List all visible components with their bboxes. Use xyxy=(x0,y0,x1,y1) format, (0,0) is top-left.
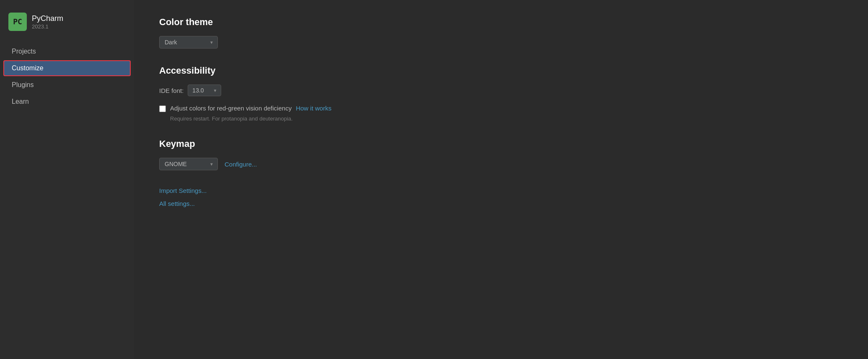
keymap-section: Keymap GNOME Default Mac OS X Windows Ec… xyxy=(159,138,843,170)
bottom-links: Import Settings... All settings... xyxy=(159,187,843,207)
color-blindness-label: Adjust colors for red-green vision defic… xyxy=(170,105,292,112)
app-version: 2023.1 xyxy=(32,23,63,30)
ide-font-select[interactable]: 10.0 11.0 12.0 13.0 14.0 16.0 18.0 xyxy=(188,85,221,96)
keymap-title: Keymap xyxy=(159,138,843,149)
app-name: PyCharm xyxy=(32,14,63,23)
app-name-area: PyCharm 2023.1 xyxy=(32,14,63,30)
all-settings-link[interactable]: All settings... xyxy=(159,200,843,207)
color-theme-dropdown-wrapper: Dark Light High Contrast ▼ xyxy=(159,36,218,49)
keymap-row: GNOME Default Mac OS X Windows Eclipse N… xyxy=(159,158,843,170)
main-content: Color theme Dark Light High Contrast ▼ A… xyxy=(134,0,868,359)
ide-font-label: IDE font: xyxy=(159,87,183,94)
accessibility-title: Accessibility xyxy=(159,65,843,76)
import-settings-link[interactable]: Import Settings... xyxy=(159,187,843,194)
accessibility-section: Accessibility IDE font: 10.0 11.0 12.0 1… xyxy=(159,65,843,122)
how-it-works-link[interactable]: How it works xyxy=(296,105,331,112)
keymap-select[interactable]: GNOME Default Mac OS X Windows Eclipse N… xyxy=(159,158,218,170)
color-blindness-hint: Requires restart. For protanopia and deu… xyxy=(170,115,843,122)
color-theme-title: Color theme xyxy=(159,17,843,28)
sidebar-item-learn[interactable]: Learn xyxy=(3,94,131,110)
sidebar-navigation: Projects Customize Plugins Learn xyxy=(0,44,134,110)
logo-letters: PC xyxy=(13,18,22,26)
keymap-dropdown-wrapper: GNOME Default Mac OS X Windows Eclipse N… xyxy=(159,158,218,170)
color-blindness-row: Adjust colors for red-green vision defic… xyxy=(159,105,843,112)
logo-area: PC PyCharm 2023.1 xyxy=(0,8,134,44)
ide-font-dropdown-wrapper: 10.0 11.0 12.0 13.0 14.0 16.0 18.0 ▼ xyxy=(188,85,221,96)
sidebar-item-customize[interactable]: Customize xyxy=(3,60,131,76)
color-theme-select[interactable]: Dark Light High Contrast xyxy=(159,36,218,49)
sidebar: PC PyCharm 2023.1 Projects Customize Plu… xyxy=(0,0,134,359)
ide-font-row: IDE font: 10.0 11.0 12.0 13.0 14.0 16.0 … xyxy=(159,85,843,96)
color-blindness-checkbox[interactable] xyxy=(159,105,166,112)
sidebar-item-plugins[interactable]: Plugins xyxy=(3,77,131,93)
color-theme-section: Color theme Dark Light High Contrast ▼ xyxy=(159,17,843,49)
configure-keymap-link[interactable]: Configure... xyxy=(225,161,257,168)
app-logo: PC xyxy=(8,13,27,31)
sidebar-item-projects[interactable]: Projects xyxy=(3,44,131,59)
